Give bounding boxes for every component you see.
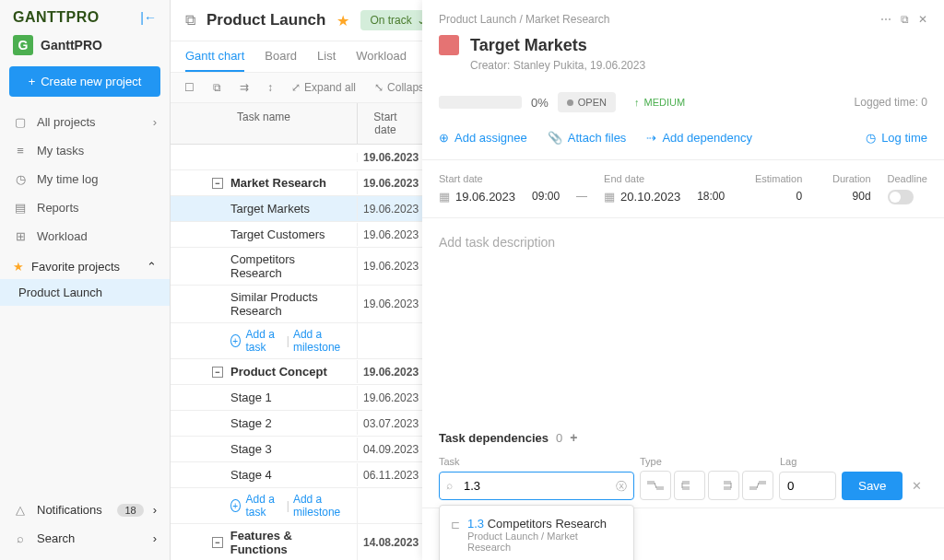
cancel-icon[interactable]: ✕ xyxy=(908,479,926,493)
start-time-value[interactable]: 09:00 xyxy=(532,190,560,203)
end-date-label: End date xyxy=(604,173,680,184)
nav-reports[interactable]: ▤ Reports xyxy=(0,193,170,222)
deadline-toggle[interactable] xyxy=(888,190,914,204)
nav-workload[interactable]: ⊞ Workload xyxy=(0,222,170,251)
task-date xyxy=(358,336,413,345)
col-type-label: Type xyxy=(640,456,780,467)
close-icon[interactable]: ✕ xyxy=(918,13,927,26)
dependency-task-input[interactable] xyxy=(439,472,634,500)
favorite-star-icon[interactable]: ★ xyxy=(336,12,349,29)
calendar-icon: ▦ xyxy=(604,190,615,204)
task-name: Competitors Research xyxy=(230,252,349,280)
chevron-right-icon: › xyxy=(153,503,157,517)
arrow-up-icon: ↑ xyxy=(634,97,640,108)
end-time-value[interactable]: 18:00 xyxy=(697,190,725,203)
tool-sort-icon[interactable]: ↕ xyxy=(263,78,277,97)
add-dependency-link[interactable]: ⇢Add dependency xyxy=(646,131,752,145)
bell-icon: △ xyxy=(13,503,28,517)
save-button[interactable]: Save xyxy=(842,472,903,500)
collapse-icon[interactable]: − xyxy=(212,367,223,378)
status-pill[interactable]: OPEN xyxy=(558,92,616,112)
search-icon: ⌕ xyxy=(13,531,28,545)
folder-icon: ▢ xyxy=(13,115,28,129)
task-name: Stage 4 xyxy=(230,468,272,482)
create-project-button[interactable]: + Create new project xyxy=(9,66,160,97)
column-header-name[interactable]: Task name xyxy=(171,103,358,144)
chevron-right-icon: › xyxy=(153,531,157,545)
dependencies-section: Task dependencies 0 + Task Type Lag ⌕ ⓧ xyxy=(422,417,944,508)
star-icon: ★ xyxy=(13,260,24,274)
task-name: Market Research xyxy=(230,176,326,190)
notification-badge: 18 xyxy=(117,504,143,517)
end-date-value[interactable]: 20.10.2023 xyxy=(620,190,680,204)
brand-name: GanttPRO xyxy=(41,38,102,52)
tool-indent-icon[interactable]: ⇉ xyxy=(235,78,254,97)
collapse-icon[interactable]: − xyxy=(212,178,223,189)
expand-all-button[interactable]: ⤢ Expand all xyxy=(287,78,360,97)
dropdown-item[interactable]: ⊏ 1.3 Competitors Research Product Launc… xyxy=(447,513,626,556)
favorites-header[interactable]: ★ Favorite projects ⌃ xyxy=(0,251,170,279)
clear-icon[interactable]: ⓧ xyxy=(616,479,627,495)
task-name: Target Markets xyxy=(230,202,310,216)
task-date: 06.11.2023 xyxy=(358,464,413,486)
add-dependency-icon[interactable]: + xyxy=(570,430,577,445)
task-description[interactable]: Add task description xyxy=(422,218,944,417)
tab-list[interactable]: List xyxy=(317,41,336,72)
dependency-icon: ⇢ xyxy=(646,131,656,145)
clock-icon: ◷ xyxy=(866,131,876,145)
estimation-value[interactable]: 0 xyxy=(755,190,802,203)
collapse-icon[interactable]: − xyxy=(212,537,223,548)
plus-icon: + xyxy=(230,334,241,347)
column-header-start[interactable]: Start date xyxy=(358,103,413,144)
svg-rect-2 xyxy=(682,481,690,484)
nav-my-tasks[interactable]: ≡ My tasks xyxy=(0,136,170,165)
collapse-sidebar-icon[interactable]: |← xyxy=(140,10,157,25)
duration-value[interactable]: 90d xyxy=(832,190,871,203)
col-task-label: Task xyxy=(439,456,640,467)
dependencies-title: Task dependencies xyxy=(439,431,549,445)
task-name: Target Customers xyxy=(230,228,325,241)
task-date xyxy=(358,501,413,510)
progress-bar[interactable] xyxy=(439,96,522,109)
nav-my-time-log[interactable]: ◷ My time log xyxy=(0,165,170,193)
task-date: 19.06.2023 xyxy=(358,198,413,220)
favorite-project-item[interactable]: Product Launch xyxy=(0,279,170,306)
tool-copy-icon[interactable]: ⧉ xyxy=(208,78,226,97)
sidebar: GANTTPRO |← G GanttPRO + Create new proj… xyxy=(0,0,171,560)
more-icon[interactable]: ⋯ xyxy=(880,13,891,26)
svg-rect-0 xyxy=(647,481,655,484)
task-creator: Creator: Stanley Pukita, 19.06.2023 xyxy=(470,59,927,72)
dependency-type-ff[interactable] xyxy=(708,471,739,500)
tool-checkbox-icon[interactable]: ☐ xyxy=(180,78,199,97)
task-color-swatch[interactable] xyxy=(439,35,459,55)
tab-gantt[interactable]: Gantt chart xyxy=(185,41,244,72)
nav-search[interactable]: ⌕ Search › xyxy=(0,524,170,553)
plus-icon: + xyxy=(29,75,36,88)
start-date-value[interactable]: 19.06.2023 xyxy=(455,190,515,204)
lag-input[interactable] xyxy=(779,472,836,500)
tab-board[interactable]: Board xyxy=(265,41,297,72)
task-date: 19.06.2023 xyxy=(358,293,413,315)
task-detail-panel: Product Launch / Market Research ⋯ ⧉ ✕ T… xyxy=(422,0,944,560)
attach-files-link[interactable]: 📎Attach files xyxy=(548,131,627,145)
tab-workload[interactable]: Workload xyxy=(356,41,407,72)
svg-rect-3 xyxy=(682,486,690,490)
task-name: Product Concept xyxy=(230,365,327,379)
dependency-type-sf[interactable] xyxy=(742,471,773,500)
clock-icon: ◷ xyxy=(13,172,28,186)
task-name: Stage 2 xyxy=(230,416,272,430)
priority-pill[interactable]: ↑MEDIUM xyxy=(625,92,694,112)
breadcrumb[interactable]: Product Launch / Market Research xyxy=(439,13,869,26)
dependency-type-fs[interactable] xyxy=(640,471,671,500)
task-name: Features & Functions xyxy=(230,529,349,556)
link-icon[interactable]: ⧉ xyxy=(901,13,909,26)
dependency-type-ss[interactable] xyxy=(674,471,705,500)
project-icon: ⧉ xyxy=(185,12,195,29)
task-date: 03.07.2023 xyxy=(358,413,413,435)
log-time-link[interactable]: ◷Log time xyxy=(866,131,927,145)
nav-notifications[interactable]: △ Notifications 18 › xyxy=(0,496,170,524)
nav-all-projects[interactable]: ▢ All projects › xyxy=(0,108,170,136)
task-date: 19.06.2023 xyxy=(358,361,413,383)
add-assignee-link[interactable]: ⊕Add assignee xyxy=(439,131,527,145)
task-title[interactable]: Target Markets xyxy=(470,36,587,55)
